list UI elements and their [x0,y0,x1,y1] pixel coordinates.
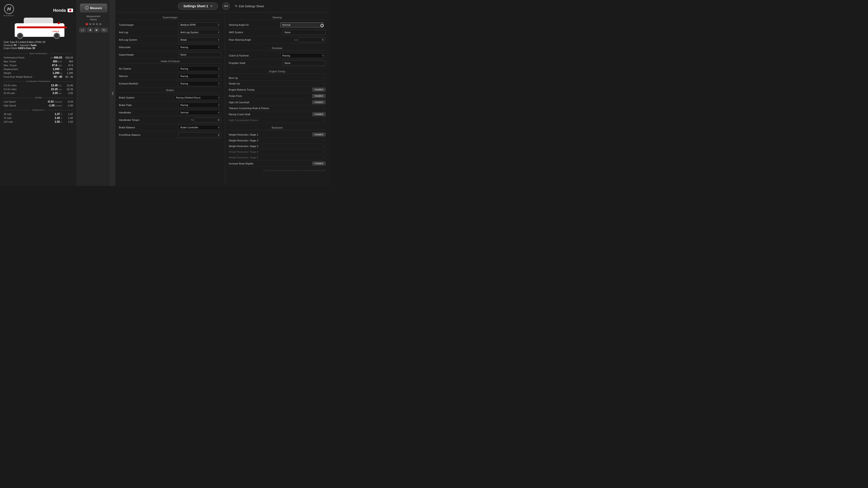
brake-system-select[interactable]: Racing (Slotted Discs) [174,95,219,100]
supercharger-input[interactable] [178,52,221,57]
settings-left-column: Supercharger Turbocharger Medium-RPM Ant… [115,12,225,186]
weight-stage2-row: Weight Reduction: Stage 2 -- [229,138,326,143]
brake-pads-row: Brake Pads Racing [119,101,221,109]
rear-steering-angle-row: Rear Steering Angle Lv. [229,36,326,43]
stat-row-power: Max. Power 383 BHP 383 [0,59,76,63]
stat-row-accel1: 0-0.25 miles 12.45 sec. 12.45 [0,84,76,87]
stat-row-weight: Weight 1,290 kg 1,290 [0,71,76,75]
rotational-divider: Rotational G [4,109,73,111]
acceleration-divider: Acceleration Performance [4,80,73,83]
anti-lag-select-wrapper: Anti-Lag System [178,30,221,35]
weight-stage1-badge: Installed [312,133,326,136]
silencer-row: Silencer Racing [119,72,221,80]
brakes-section-header: Brakes [119,88,221,93]
intercooler-select[interactable]: Racing [178,45,219,50]
high-lift-row: High Lift Camshaft Installed [229,99,326,105]
stat-row-rot3: 150 mph 1.52 G 1.52 [0,120,76,124]
car-stripe [17,26,67,28]
settings-area: Settings Sheet 1 ≡ ••• ✎ Edit Settings S… [115,0,329,186]
lv-label: Lv. [294,39,298,41]
polish-ports-row: Polish Ports Installed [229,93,326,99]
weight-stage5-value: -- [323,156,326,159]
handbrake-select[interactable]: Normal [178,110,219,115]
bodywork-section-header: Bodywork [229,125,326,130]
honda-logo-text: HONDA [4,14,14,17]
silencer-select[interactable]: Racing [178,74,219,78]
stat-row-rot1: 40 mph 1.37 G 1.37 [0,112,76,116]
stat-row-ls: Low Speed -0.33 (Neutral) -0.33 [0,100,76,103]
exhaust-manifold-select[interactable]: Racing [178,81,219,86]
settings-content: Supercharger Turbocharger Medium-RPM Ant… [115,12,329,186]
engine-balance-tuning-row: Engine Balance Tuning Installed [229,87,326,93]
edit-icon: ✎ [235,4,238,8]
bore-up-value: -- [323,76,326,79]
collapse-panel-button[interactable]: ❮ [110,0,115,186]
japan-flag-icon [68,8,73,12]
history-dot-4 [96,23,98,25]
settings-title-pill: Settings Sheet 1 ≡ [178,2,218,10]
car-full-name: Civic Type R Limited Edition (FK8) '20 [4,41,73,43]
honda-logo: H HONDA [4,4,14,17]
racing-crank-row: Racing Crank Shaft Installed [229,111,326,118]
propeller-shaft-input[interactable] [283,61,326,66]
settings-menu-button[interactable]: ≡ [211,4,213,8]
edit-settings-sheet-button[interactable]: ✎ Edit Settings Sheet [232,3,267,9]
car-silhouette: TYPE R [12,19,64,39]
settings-sheet-title: Settings Sheet 1 [184,4,208,8]
titanium-row: Titanium Connecting Rods & Pistons -- [229,105,326,111]
handbrake-torque-input[interactable] [194,118,221,123]
nav-r1-button[interactable]: R1 [101,28,107,32]
weight-stage2-value: -- [323,139,326,142]
nav-l1-button[interactable]: L1 [79,28,86,32]
nav-prev-button[interactable]: ◀ [87,28,93,32]
honda-logo-circle: H [4,4,14,14]
silencer-select-wrapper: Racing [178,74,221,78]
clutch-select[interactable]: Racing [280,53,323,58]
rear-steering-input[interactable] [298,37,326,42]
weight-stage4-row: Weight Reduction: Stage 4 -- [229,149,326,155]
four-ws-input[interactable] [283,30,326,35]
anti-lag-system-select[interactable]: Weak [178,37,219,42]
stat-row-pp: Performance Points PP 656.03 656.03 [0,56,76,59]
high-compression-row: High Compression Pistons -- [229,118,326,123]
brake-balance-select[interactable]: Brake Controller [178,125,219,130]
four-ws-system-row: 4WS System [229,29,326,36]
base-performance-divider: Base Performance [4,52,73,55]
honda-header: H HONDA Honda [0,2,76,18]
weight-stage5-row: Weight Reduction: Stage 5 -- [229,155,326,160]
history-dot-2 [89,23,91,25]
car-wheel-right [54,33,60,39]
racing-crank-badge: Installed [312,112,326,116]
measure-button[interactable]: Measure [80,4,107,12]
nav-next-button[interactable]: ▶ [94,28,99,32]
handbrake-select-wrapper: Normal [178,110,221,115]
history-dot-5 [99,23,101,25]
air-cleaner-row: Air Cleaner Racing [119,65,221,72]
weight-stage1-row: Weight Reduction: Stage 1 Installed [229,131,326,138]
brake-balance-select-wrapper: Brake Controller [178,125,221,130]
air-cleaner-select[interactable]: Racing [178,66,219,71]
honda-brand-name: Honda [53,8,73,13]
brake-pads-select-wrapper: Racing [178,103,221,107]
air-cleaner-select-wrapper: Racing [178,66,221,71]
steering-angle-kit-select[interactable]: Normal Sport Racing [280,22,323,27]
measurement-history-label: MeasurementHistory [87,15,100,21]
titanium-value: -- [323,107,326,110]
history-dot-active [86,23,88,25]
stability-divider: Stability [4,96,73,99]
car-info: Civic Type R Limited Edition (FK8) '20 D… [0,40,76,51]
exhaust-manifold-row: Exhaust Manifold Racing [119,80,221,88]
left-panel: H HONDA Honda TYPE R Civic Type R Limite… [0,0,77,186]
anti-lag-select[interactable]: Anti-Lag System [178,30,219,35]
settings-more-options-button[interactable]: ••• [222,2,230,10]
anti-lag-system-select-wrapper: Weak [178,37,221,42]
turbocharger-select[interactable]: Medium-RPM [178,22,219,27]
stat-row-torque: Max. Torque 47.9 kgfm 47.9 [0,63,76,67]
brake-pads-select[interactable]: Racing [178,103,219,107]
stat-row-hs: High Speed -1.00 (Under) -1.00 [0,103,76,107]
polish-ports-badge: Installed [312,94,326,98]
front-rear-balance-input[interactable] [178,132,221,137]
stroke-up-row: Stroke Up -- [229,81,326,87]
intake-exhaust-section-header: Intake & Exhaust [119,59,221,64]
brake-balance-row: Brake Balance Brake Controller [119,124,221,131]
